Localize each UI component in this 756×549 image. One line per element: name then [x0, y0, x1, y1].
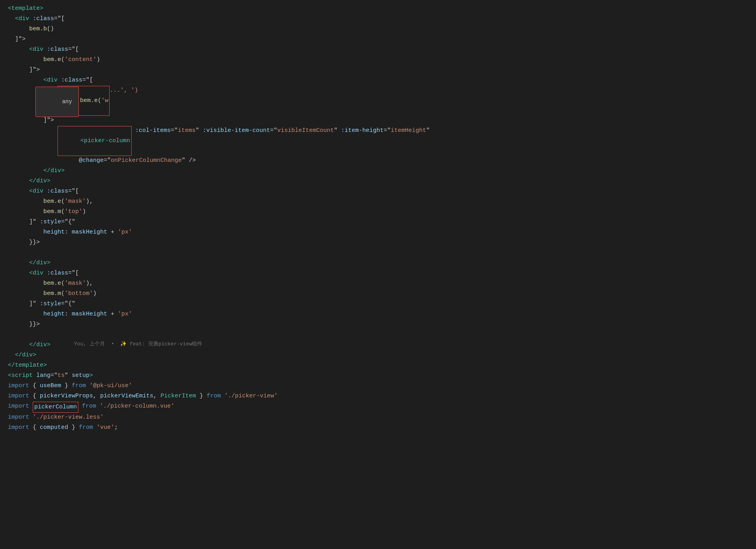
code-editor: <template> <div :class="[ bem.b() ]"> <d… [0, 0, 756, 437]
code-line: height: maskHeight + 'px' [0, 228, 756, 238]
code-line [0, 330, 756, 340]
picker-column-line: <picker-column :col-items="items" :visib… [0, 126, 756, 156]
code-line: }}> [0, 238, 756, 248]
import-line-5: import { computed } from 'vue'; [0, 423, 756, 433]
tag-text: <template> [8, 4, 43, 13]
git-blame: You, 上个月 • ✨ feat: 完善picker-view组件 [74, 340, 202, 349]
code-line: <div :class="[ [0, 269, 756, 279]
code-line: @change="onPickerColumnChange" /> [0, 156, 756, 166]
code-line: </div> [0, 351, 756, 361]
code-line: <div :class="[ [0, 76, 756, 86]
code-line: </div> [0, 166, 756, 176]
code-line: bem.m('top') [0, 207, 756, 217]
code-line: }}> [0, 320, 756, 330]
code-line: bem.e('mask'), [0, 197, 756, 207]
code-line: bem.e('w ...', ') any [0, 86, 756, 116]
code-line: <div :class="[ [0, 187, 756, 197]
code-line: ]" :style="{" [0, 217, 756, 228]
import-line-2: import { pickerViewProps, pickerViewEmit… [0, 391, 756, 402]
import-line-1: import { useBem } from '@pk-ui/use' [0, 381, 756, 391]
code-line: bem.e('content') [0, 55, 756, 65]
picker-column-tag-highlight: <picker-column [58, 126, 132, 156]
import-line-4: import './picker-view.less' [0, 413, 756, 423]
code-line-with-blame: </div> You, 上个月 • ✨ feat: 完善picker-view组… [0, 340, 756, 351]
code-line: <template> [0, 4, 756, 14]
autocomplete-tooltip: any [35, 87, 79, 117]
code-line: bem.m('bottom') [0, 289, 756, 299]
code-line: </div> [0, 176, 756, 187]
code-line: bem.e('mask'), [0, 279, 756, 289]
code-line: </div> [0, 258, 756, 269]
code-line: <script lang="ts" setup> [0, 371, 756, 381]
code-line: ]"> [0, 65, 756, 76]
code-line: ]"> [0, 35, 756, 45]
import-line-3: import pickerColumn from './picker-colum… [0, 402, 756, 413]
code-line: ]"> [0, 116, 756, 126]
picker-column-import-highlight: pickerColumn [33, 402, 78, 413]
code-line: ]" :style="{" [0, 299, 756, 310]
code-line: </template> [0, 361, 756, 371]
code-line: bem.b() [0, 24, 756, 35]
code-line: <div :class="[ [0, 14, 756, 24]
code-line: <div :class="[ [0, 45, 756, 55]
code-line [0, 248, 756, 258]
code-line: height: maskHeight + 'px' [0, 310, 756, 320]
